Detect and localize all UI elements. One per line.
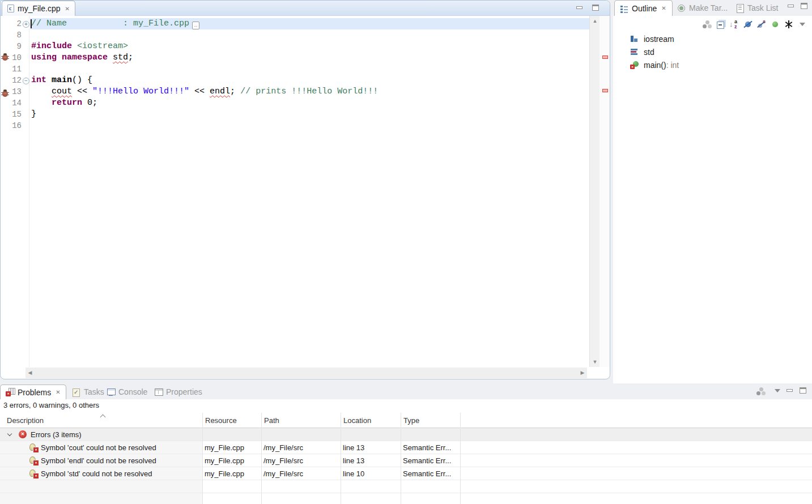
code-text-area[interactable]: // Name : my_File.cpp‥#include <iostream…	[30, 16, 589, 367]
code-line[interactable]: }	[30, 109, 589, 120]
scroll-up-icon[interactable]: ▲	[590, 18, 600, 24]
console-icon	[107, 388, 115, 396]
outline-item[interactable]: iostream	[613, 32, 812, 45]
line-number: 14	[9, 97, 23, 109]
line-number: 12	[9, 75, 23, 86]
problem-resource: my_File.cpp	[205, 454, 260, 467]
task-list-icon	[737, 4, 744, 12]
code-line[interactable]: // Name : my_File.cpp‥	[30, 18, 589, 29]
code-line[interactable]	[30, 120, 589, 131]
scroll-right-icon[interactable]: ▶	[578, 368, 587, 378]
column-header-location[interactable]: Location	[341, 413, 401, 428]
code-line[interactable]: #include <iostream>	[30, 41, 589, 52]
annotation-cell	[1, 29, 9, 41]
code-line[interactable]: int main() {	[30, 75, 589, 86]
tab-make-targets[interactable]: Make Tar...	[673, 0, 732, 16]
tab-properties[interactable]: Properties	[151, 385, 206, 399]
scroll-down-icon[interactable]: ▼	[590, 359, 600, 365]
error-marker[interactable]	[602, 89, 608, 92]
horizontal-scrollbar[interactable]: ◀ ▶	[25, 368, 587, 378]
outline-icon	[620, 5, 628, 12]
hide-non-public-icon[interactable]	[770, 19, 780, 29]
code-token	[72, 41, 77, 51]
annotation-cell	[1, 54, 9, 66]
problems-tab-bar: Problems ✕ Tasks Console Properties	[0, 385, 812, 399]
maximize-icon[interactable]	[801, 3, 807, 9]
vertical-scrollbar[interactable]: ▲ ▼	[589, 16, 600, 367]
error-bulb-icon	[29, 469, 38, 478]
maximize-icon[interactable]	[592, 5, 599, 11]
outline-item-label: std	[644, 48, 654, 57]
error-bug-icon	[2, 91, 8, 97]
tab-task-list[interactable]: Task List	[732, 0, 783, 16]
group-icon[interactable]	[702, 19, 712, 29]
code-line[interactable]: using namespace std;	[30, 52, 589, 63]
tab-console[interactable]: Console	[104, 385, 151, 399]
view-menu-icon[interactable]	[797, 19, 807, 29]
annotation-ruler	[1, 16, 9, 367]
column-header-path[interactable]: Path	[261, 413, 341, 428]
scroll-left-icon[interactable]: ◀	[25, 368, 35, 378]
line-number: 10	[9, 52, 23, 63]
problem-type: Semantic Err...	[403, 467, 459, 480]
tab-tasks[interactable]: Tasks	[69, 385, 108, 399]
close-icon[interactable]: ✕	[65, 6, 69, 12]
line-number-ruler: 28910111213141516	[9, 16, 23, 367]
column-header-resource[interactable]: Resource	[202, 413, 261, 428]
error-marker[interactable]	[602, 55, 608, 59]
sort-icon[interactable]: ↓az	[729, 19, 739, 29]
outline-body: ↓az s iostreamstdmain() : int	[613, 16, 812, 383]
problem-location: line 13	[343, 454, 399, 467]
close-icon[interactable]: ✕	[56, 389, 60, 395]
annotation-cell	[1, 77, 9, 88]
code-token: "!!!Hello World!!!"	[92, 87, 189, 96]
code-token	[31, 98, 52, 108]
folded-region-icon[interactable]: ‥	[192, 22, 199, 29]
include-icon	[630, 35, 639, 43]
problem-row[interactable]: Symbol 'std' could not be resolvedmy_Fil…	[0, 467, 812, 480]
minimize-icon[interactable]	[576, 6, 583, 9]
tab-problems[interactable]: Problems ✕	[0, 385, 66, 399]
code-token: }	[31, 109, 36, 119]
outline-item[interactable]: std	[613, 45, 812, 58]
problem-row[interactable]: Symbol 'endl' could not be resolvedmy_Fi…	[0, 454, 812, 467]
close-icon[interactable]: ✕	[661, 5, 666, 11]
errors-group-row[interactable]: ✕Errors (3 items)	[0, 428, 812, 441]
problem-description: Symbol 'endl' could not be resolved	[41, 454, 156, 467]
hide-fields-icon[interactable]	[743, 19, 753, 29]
code-editor[interactable]: 28910111213141516 +− // Name : my_File.c…	[1, 16, 610, 367]
annotation-cell	[1, 66, 9, 77]
annotation-cell	[1, 91, 9, 102]
problem-row[interactable]: Symbol 'cout' could not be resolvedmy_Fi…	[0, 441, 812, 454]
fold-plus-icon[interactable]: +	[23, 21, 29, 28]
maximize-icon[interactable]	[800, 387, 806, 394]
tasks-icon	[73, 388, 80, 396]
hide-macros-icon[interactable]	[784, 19, 794, 29]
line-number: 16	[9, 120, 23, 131]
outline-item-label: main()	[644, 61, 666, 70]
minimize-icon[interactable]	[787, 389, 793, 392]
error-bulb-icon	[29, 443, 38, 452]
editor-tab-label: my_File.cpp	[18, 4, 60, 13]
code-token	[46, 75, 52, 85]
code-line[interactable]: return 0;	[30, 97, 589, 109]
minimize-icon[interactable]	[788, 5, 794, 7]
tab-outline[interactable]: Outline ✕	[614, 0, 673, 16]
code-line[interactable]: cout << "!!!Hello World!!!" << endl; // …	[30, 86, 589, 97]
tab-my-file-cpp[interactable]: my_File.cpp ✕	[2, 1, 75, 16]
text-caret	[31, 19, 32, 28]
code-token: endl	[210, 87, 230, 96]
code-token: // prints !!!Hello World!!!	[240, 87, 378, 96]
code-token: return	[52, 98, 82, 108]
code-line[interactable]	[30, 63, 589, 75]
hide-static-members-icon[interactable]: s	[756, 19, 767, 29]
collapse-all-icon[interactable]	[716, 19, 726, 29]
expand-chevron-icon[interactable]	[7, 432, 12, 436]
fold-minus-icon[interactable]: −	[23, 78, 29, 84]
cpp-file-icon	[7, 5, 14, 12]
outline-item[interactable]: main() : int	[613, 58, 812, 71]
code-line[interactable]	[30, 29, 589, 41]
fold-cell	[23, 52, 29, 63]
column-header-type[interactable]: Type	[401, 413, 460, 428]
outline-item-type: : int	[666, 61, 679, 70]
